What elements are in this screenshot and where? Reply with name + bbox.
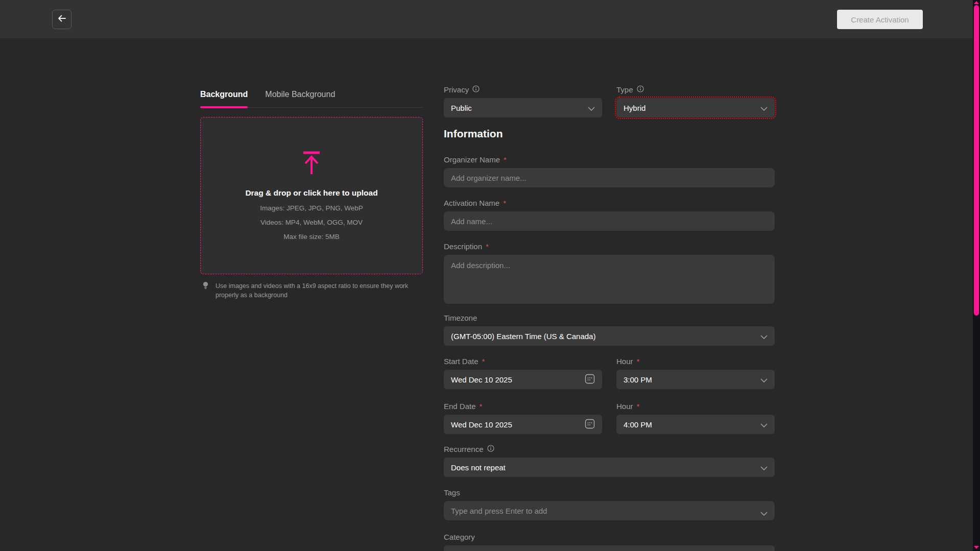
category-select[interactable] <box>444 545 775 551</box>
scrollbar-up-arrow[interactable] <box>974 1 979 4</box>
recurrence-label: Recurrence <box>444 444 775 453</box>
tags-label: Tags <box>444 488 775 497</box>
upload-dropzone[interactable]: Drag & drop or click here to upload Imag… <box>200 117 423 274</box>
scrollbar-track[interactable] <box>973 0 980 551</box>
start-date-picker[interactable]: Wed Dec 10 2025 <box>444 370 602 389</box>
tab-mobile-background[interactable]: Mobile Background <box>265 90 335 99</box>
scrollbar-thumb[interactable] <box>974 5 979 316</box>
aspect-ratio-tip: Use images and videos with a 16x9 aspect… <box>200 281 423 300</box>
end-hour-select[interactable]: 4:00 PM <box>616 415 775 434</box>
recurrence-select[interactable]: Does not repeat <box>444 458 775 477</box>
description-label: Description * <box>444 242 775 251</box>
required-marker: * <box>482 357 485 366</box>
required-marker: * <box>637 357 640 366</box>
chevron-down-icon <box>760 375 768 384</box>
description-textarea[interactable] <box>444 255 775 304</box>
activation-name-label: Activation Name * <box>444 198 775 207</box>
timezone-label: Timezone <box>444 313 775 322</box>
scrollbar-down-arrow[interactable] <box>974 546 979 549</box>
chevron-down-icon <box>588 104 595 112</box>
required-marker: * <box>503 199 506 207</box>
end-hour-label: Hour * <box>616 401 775 411</box>
back-button[interactable] <box>52 10 71 29</box>
upload-max-size: Max file size: 5MB <box>283 233 340 241</box>
start-date-label: Start Date * <box>444 356 602 366</box>
end-date-picker[interactable]: Wed Dec 10 2025 <box>444 415 602 434</box>
info-icon[interactable] <box>637 85 644 94</box>
upload-images-formats: Images: JPEG, JPG, PNG, WebP <box>260 204 363 212</box>
required-marker: * <box>486 242 489 251</box>
activation-name-input[interactable] <box>444 211 775 231</box>
lightbulb-icon <box>202 281 209 300</box>
timezone-select[interactable]: (GMT-05:00) Eastern Time (US & Canada) <box>444 326 775 346</box>
upload-arrow-icon <box>302 151 321 177</box>
start-hour-label: Hour * <box>616 356 775 366</box>
organizer-name-input[interactable] <box>444 168 775 187</box>
background-tabs: Background Mobile Background <box>200 90 423 108</box>
privacy-select[interactable]: Public <box>444 98 602 117</box>
arrow-left-icon <box>57 13 67 26</box>
information-heading: Information <box>444 128 775 140</box>
required-marker: * <box>504 155 507 164</box>
tags-input[interactable] <box>444 501 775 520</box>
upload-title: Drag & drop or click here to upload <box>245 188 377 198</box>
info-icon[interactable] <box>472 85 480 94</box>
start-hour-select[interactable]: 3:00 PM <box>616 370 775 389</box>
chevron-down-icon <box>760 463 768 472</box>
background-media-panel: Background Mobile Background Drag & drop… <box>200 90 423 300</box>
chevron-down-icon <box>760 104 768 112</box>
calendar-icon <box>585 374 595 386</box>
tip-text: Use images and videos with a 16x9 aspect… <box>216 281 423 300</box>
chevron-down-icon <box>760 420 768 429</box>
chevron-down-icon <box>760 332 768 341</box>
calendar-icon <box>585 419 595 430</box>
category-label: Category <box>444 532 775 541</box>
create-activation-button[interactable]: Create Activation <box>837 10 923 29</box>
info-icon[interactable] <box>487 445 494 453</box>
type-select[interactable]: Hybrid <box>616 98 775 117</box>
activation-form: Privacy Public Type <box>444 0 775 551</box>
chevron-down-icon <box>760 509 768 518</box>
tab-background[interactable]: Background <box>200 90 248 99</box>
required-marker: * <box>637 402 640 411</box>
privacy-label: Privacy <box>444 85 602 94</box>
type-label: Type <box>616 85 775 94</box>
organizer-name-label: Organizer Name * <box>444 155 775 164</box>
end-date-label: End Date * <box>444 401 602 411</box>
required-marker: * <box>480 402 483 411</box>
upload-videos-formats: Videos: MP4, WebM, OGG, MOV <box>260 219 363 226</box>
